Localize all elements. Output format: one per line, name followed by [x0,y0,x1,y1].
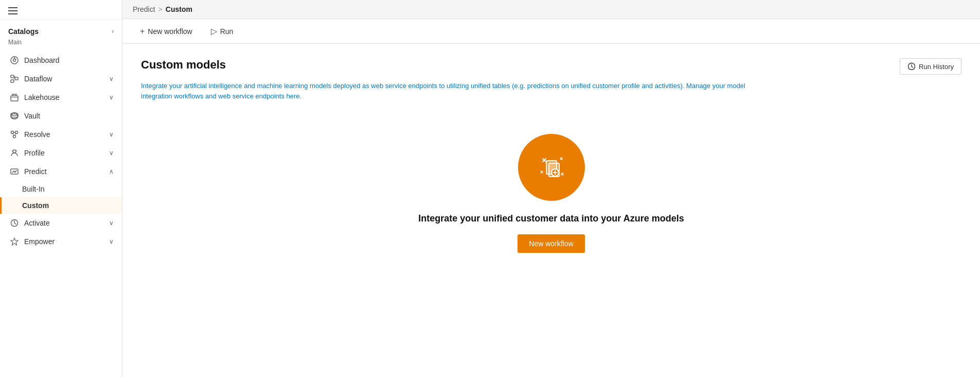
sidebar-item-vault[interactable]: Vault [0,107,122,125]
empty-state-new-workflow-label: New workflow [529,239,573,248]
empower-icon [10,237,19,246]
activate-icon [10,218,19,228]
sidebar-item-resolve[interactable]: Resolve ∨ [0,125,122,144]
catalogs-sub-label: Main [0,39,122,51]
sidebar-item-builtin[interactable]: Built-In [0,181,122,197]
sidebar-header [0,0,122,20]
svg-point-13 [13,135,16,138]
toolbar: + New workflow ▷ Run [122,19,980,44]
catalogs-chevron-icon[interactable]: › [112,28,114,35]
lakehouse-chevron-icon: ∨ [109,94,114,101]
empty-state: Integrate your unified customer data int… [141,113,961,273]
sidebar-item-label: Vault [24,112,40,120]
sidebar-item-label: Activate [24,219,50,227]
history-icon [907,62,916,71]
dashboard-icon [10,56,19,65]
svg-point-11 [11,131,14,134]
lakehouse-icon [10,93,19,102]
sidebar-item-label: Predict [24,167,47,176]
sidebar-item-empower[interactable]: Empower ∨ [0,232,122,251]
new-workflow-button[interactable]: + New workflow [133,24,200,39]
sidebar-item-custom[interactable]: Custom [0,197,122,214]
main-content-area: Predict > Custom + New workflow ▷ Run Cu… [122,0,980,377]
new-workflow-label: New workflow [148,27,192,36]
catalogs-label: Catalogs [8,27,39,36]
sidebar-item-profile[interactable]: Profile ∨ [0,144,122,162]
profile-icon [10,148,19,158]
vault-icon [10,111,19,121]
predict-chevron-icon: ∧ [109,168,114,175]
svg-rect-7 [11,96,18,101]
page-description: Integrate your artificial intelligence a… [141,81,758,101]
content-header: Custom models Run History [141,58,961,75]
sidebar-item-dashboard[interactable]: Dashboard [0,51,122,70]
breadcrumb: Predict > Custom [133,5,192,13]
page-title: Custom models [141,58,226,72]
breadcrumb-separator: > [158,5,163,13]
svg-point-12 [15,131,18,134]
plus-icon: + [140,27,145,36]
empty-state-icon-circle [518,134,585,201]
svg-rect-4 [11,75,14,78]
dataflow-chevron-icon: ∨ [109,75,114,82]
content-area: Custom models Run History Integrate your… [122,44,980,377]
breadcrumb-parent[interactable]: Predict [133,5,155,13]
svg-point-17 [13,150,16,153]
sidebar-item-label: Lakehouse [24,93,60,101]
resolve-icon [10,130,19,139]
sidebar-item-label: Empower [24,237,55,246]
run-label: Run [220,27,234,36]
predict-icon [10,167,19,176]
sidebar: Catalogs › Main Dashboard [0,0,122,377]
topbar: Predict > Custom [122,0,980,19]
sidebar-item-lakehouse[interactable]: Lakehouse ∨ [0,88,122,107]
sidebar-catalogs-header: Catalogs › [0,20,122,39]
sidebar-item-dataflow[interactable]: Dataflow ∨ [0,70,122,88]
run-button[interactable]: ▷ Run [204,23,241,39]
svg-point-19 [12,150,13,151]
hamburger-menu-icon[interactable] [8,7,17,14]
svg-rect-5 [15,77,18,80]
empty-state-title: Integrate your unified customer data int… [418,213,684,224]
run-history-label: Run History [919,63,954,71]
sidebar-item-label: Dashboard [24,56,60,64]
sidebar-item-label: Profile [24,149,45,157]
sidebar-sub-item-label: Built-In [22,185,45,193]
sidebar-item-predict[interactable]: Predict ∧ [0,162,122,181]
run-icon: ▷ [211,26,217,36]
profile-chevron-icon: ∨ [109,149,114,157]
breadcrumb-current: Custom [166,5,192,13]
sidebar-item-label: Resolve [24,130,50,139]
sidebar-item-label: Dataflow [24,75,52,83]
empty-state-new-workflow-button[interactable]: New workflow [518,234,584,253]
run-history-button[interactable]: Run History [900,58,961,75]
svg-rect-6 [11,80,14,82]
empower-chevron-icon: ∨ [109,238,114,245]
svg-point-18 [16,150,17,151]
sidebar-item-activate[interactable]: Activate ∨ [0,214,122,232]
activate-chevron-icon: ∨ [109,219,114,227]
dataflow-icon [10,74,19,83]
resolve-chevron-icon: ∨ [109,131,114,138]
sidebar-sub-item-label: Custom [22,201,49,210]
custom-models-illustration [533,149,569,185]
